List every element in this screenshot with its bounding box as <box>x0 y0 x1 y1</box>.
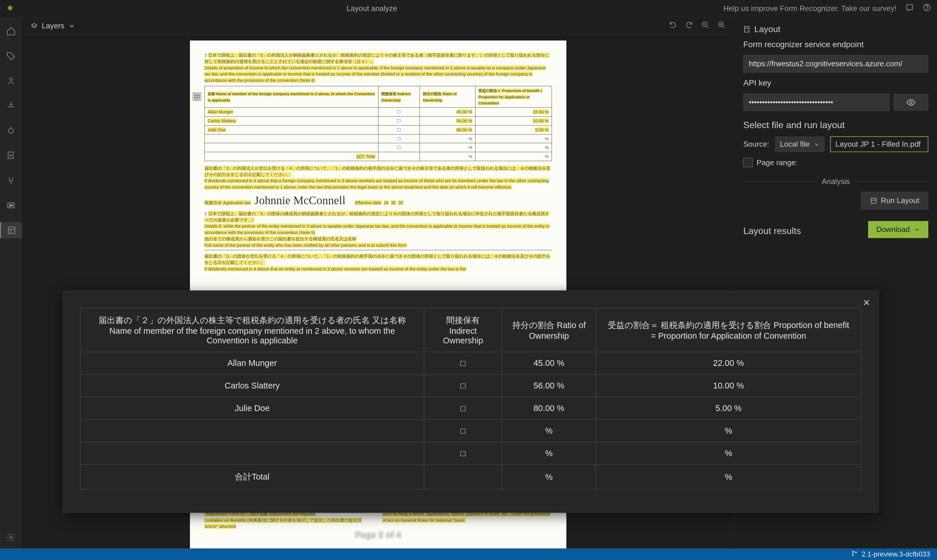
app-logo-icon <box>6 4 14 13</box>
table-header: 間接保有 Indirect Ownership <box>424 308 502 352</box>
nav-new-doc[interactable] <box>0 148 22 164</box>
layers-label: Layers <box>42 22 64 30</box>
table-row: Carlos Slattery□56.00 %10.00 % <box>80 375 861 397</box>
zoom-out-icon[interactable] <box>701 21 709 31</box>
table-header: 持分の割合 Ratio of Ownership <box>502 308 596 352</box>
zoom-in-icon[interactable] <box>718 21 726 31</box>
doc-text: 日本で課税上、届出書の「3」の外国法人が納税義務者とされるが、租税条約の規定によ… <box>204 53 549 64</box>
app-title: Layout analyze <box>20 4 723 13</box>
canvas-toolbar: Layers <box>22 17 734 35</box>
layers-dropdown[interactable]: Layers <box>31 22 75 30</box>
survey-link[interactable]: Help us improve Form Recognizer. Take ou… <box>723 4 897 13</box>
svg-point-4 <box>10 78 12 81</box>
page-number: Page 2 of 4 <box>355 528 401 541</box>
svg-rect-28 <box>744 26 749 32</box>
svg-line-17 <box>707 26 709 28</box>
layout-results-heading: Layout results <box>743 226 801 236</box>
doc-text: 届出書の「3」の外国法人が支払を受ける「4」の所得について、「1」の租税条約の相… <box>204 166 550 177</box>
apikey-label: API key <box>743 78 928 88</box>
nav-settings[interactable] <box>0 532 22 548</box>
table-row: □%% <box>80 420 861 442</box>
nav-home[interactable] <box>0 23 22 39</box>
source-select[interactable]: Local file <box>775 137 825 152</box>
endpoint-input[interactable] <box>743 55 928 72</box>
svg-point-30 <box>910 101 912 103</box>
page-range-checkbox[interactable] <box>743 158 753 167</box>
feedback-icon[interactable] <box>905 3 914 14</box>
table-header: 届出書の「２」の外国法人の株主等で租税条約の適用を受ける者の氏名 又は名称 Na… <box>80 308 424 352</box>
nav-connect[interactable] <box>0 172 22 189</box>
run-layout-button[interactable]: Run Layout <box>861 192 928 209</box>
nav-model[interactable] <box>0 73 22 89</box>
apikey-input[interactable] <box>743 94 889 111</box>
source-label: Source: <box>743 140 769 149</box>
table-marker-icon[interactable] <box>193 92 201 101</box>
nav-compose[interactable] <box>0 98 22 114</box>
doc-text: Details of proportion of income to which… <box>204 65 546 83</box>
svg-point-5 <box>9 128 14 133</box>
title-bar: Layout analyze Help us improve Form Reco… <box>0 0 937 17</box>
panel-title: Layout <box>743 24 928 34</box>
svg-rect-31 <box>871 198 876 203</box>
svg-point-34 <box>852 554 854 556</box>
svg-rect-0 <box>906 5 912 10</box>
file-name-field[interactable]: Layout JP 1 - Filled In.pdf <box>830 136 928 152</box>
download-button[interactable]: Download <box>868 221 928 238</box>
nav-analyze[interactable] <box>0 123 22 139</box>
page-range-label: Page range: <box>756 158 798 167</box>
reveal-password-button[interactable] <box>894 94 928 111</box>
table-header: 受益の割合＝ 租税条約の適用を受ける割合 Proportion of benef… <box>596 308 861 352</box>
doc-embedded-table: 名称 Name of member of the foreign company… <box>204 86 552 161</box>
svg-text:A=: A= <box>9 204 13 207</box>
table-row: Allan Munger□45.00 %22.00 % <box>80 352 861 375</box>
nav-tag[interactable] <box>0 48 22 64</box>
rotate-right-icon[interactable] <box>685 21 693 31</box>
branch-icon <box>851 550 858 558</box>
table-row: 合計Total%% <box>80 465 861 489</box>
status-bar: 2.1-preview.3-dcfb033 <box>0 548 937 560</box>
svg-point-33 <box>852 551 854 552</box>
help-icon[interactable] <box>923 3 931 14</box>
signature: Johnnie McConnell <box>255 192 346 209</box>
svg-point-15 <box>10 536 12 539</box>
nav-text[interactable]: A= <box>0 197 22 214</box>
doc-text: If dividends mentioned in 4 above that a… <box>204 178 549 189</box>
svg-line-20 <box>723 26 725 28</box>
analysis-label: Analysis <box>822 177 850 186</box>
svg-point-3 <box>926 9 927 9</box>
table-row: Julie Doe□80.00 %5.00 % <box>80 397 861 420</box>
endpoint-label: Form recognizer service endpoint <box>743 40 928 49</box>
version-text: 2.1-preview.3-dcfb033 <box>862 550 930 558</box>
select-file-heading: Select file and run layout <box>743 120 928 131</box>
left-nav: A= <box>0 17 22 548</box>
svg-rect-23 <box>194 94 199 99</box>
nav-layout[interactable] <box>0 222 22 238</box>
extracted-table: 届出書の「２」の外国法人の株主等で租税条約の適用を受ける者の氏名 又は名称 Na… <box>80 308 861 489</box>
rotate-left-icon[interactable] <box>669 21 677 31</box>
table-row: □%% <box>80 442 861 465</box>
close-icon[interactable]: ✕ <box>863 298 870 308</box>
table-result-modal: ✕ 届出書の「２」の外国法人の株主等で租税条約の適用を受ける者の氏名 又は名称 … <box>63 291 879 513</box>
svg-rect-12 <box>8 227 15 234</box>
